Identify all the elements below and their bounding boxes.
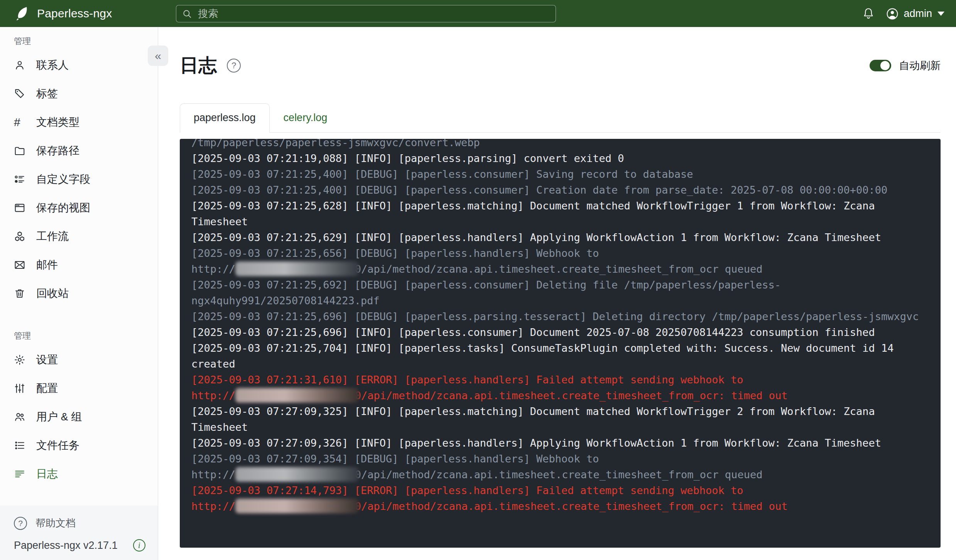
brand-title: Paperless-ngx: [37, 7, 112, 20]
sidebar-item-contacts[interactable]: 联系人: [0, 51, 158, 79]
question-circle-icon: ?: [14, 517, 27, 530]
custom-fields-icon: [14, 174, 25, 185]
info-circle-icon[interactable]: i: [133, 539, 145, 552]
redacted-host: [235, 499, 359, 513]
tab-paperless-log[interactable]: paperless.log: [180, 103, 270, 133]
version-label: Paperless-ngx v2.17.1: [14, 540, 118, 552]
mail-icon: [14, 259, 25, 271]
saved-views-icon: [14, 202, 25, 214]
log-line: [2025-09-03 07:27:14,793] [ERROR] [paper…: [191, 482, 929, 514]
log-line: [2025-09-03 07:27:09,326] [INFO] [paperl…: [191, 435, 929, 451]
log-console[interactable]: /tmp/paperless/paperless-jsmwxgvc/conver…: [180, 139, 941, 548]
sidebar-item-trash[interactable]: 回收站: [0, 279, 158, 308]
app-version: Paperless-ngx v2.17.1 i: [0, 537, 158, 554]
sidebar-item-custom-fields[interactable]: 自定义字段: [0, 165, 158, 194]
log-line: [2025-09-03 07:21:25,696] [INFO] [paperl…: [191, 324, 929, 340]
sidebar-item-configuration[interactable]: 配置: [0, 374, 158, 403]
sidebar-item-workflows[interactable]: 工作流: [0, 222, 158, 251]
log-line: [2025-09-03 07:21:25,704] [INFO] [paperl…: [191, 340, 929, 372]
sidebar-item-label: 保存的视图: [36, 201, 90, 215]
sidebar-item-file-tasks[interactable]: 文件任务: [0, 431, 158, 460]
sidebar-item-label: 文件任务: [36, 438, 79, 453]
log-tabs: paperless.logcelery.log: [180, 103, 941, 133]
redacted-host: [235, 388, 359, 403]
log-line: /tmp/paperless/paperless-jsmwxgvc/conver…: [191, 139, 929, 150]
sidebar-item-saved-views[interactable]: 保存的视图: [0, 194, 158, 222]
page-title: 日志: [180, 53, 217, 78]
sidebar-item-help-docs[interactable]: ? 帮助文档: [0, 512, 158, 537]
log-line: [2025-09-03 07:27:09,325] [INFO] [paperl…: [191, 403, 929, 435]
users-icon: [14, 411, 25, 423]
sidebar-item-users-groups[interactable]: 用户 & 组: [0, 403, 158, 431]
tasks-icon: [14, 440, 25, 451]
log-line: [2025-09-03 07:27:09,354] [DEBUG] [paper…: [191, 451, 929, 482]
sidebar-item-label: 自定义字段: [36, 172, 90, 187]
log-line: [2025-09-03 07:21:25,400] [DEBUG] [paper…: [191, 166, 929, 182]
brand[interactable]: Paperless-ngx: [14, 5, 112, 22]
redacted-host: [235, 261, 359, 276]
app-header: Paperless-ngx admin: [0, 0, 956, 27]
title-help-icon[interactable]: ?: [227, 59, 241, 73]
autorefresh-label: 自动刷新: [899, 59, 941, 73]
search-icon: [182, 9, 192, 19]
sidebar-item-label: 文档类型: [36, 115, 79, 130]
gear-icon: [14, 354, 25, 366]
leaf-logo-icon: [14, 5, 31, 22]
help-docs-label: 帮助文档: [35, 516, 76, 530]
sidebar-item-label: 回收站: [36, 286, 69, 301]
tag-icon: [14, 88, 25, 100]
log-line: [2025-09-03 07:21:25,656] [DEBUG] [paper…: [191, 245, 929, 277]
log-line: [2025-09-03 07:21:25,629] [INFO] [paperl…: [191, 229, 929, 245]
sidebar-item-label: 配置: [36, 381, 58, 396]
sidebar-item-document-types[interactable]: #文档类型: [0, 108, 158, 137]
chevron-down-icon: [937, 12, 944, 16]
sidebar-footer: ? 帮助文档 Paperless-ngx v2.17.1 i: [0, 506, 158, 560]
sidebar-item-tags[interactable]: 标签: [0, 79, 158, 108]
user-menu[interactable]: admin: [886, 7, 944, 20]
sidebar-item-label: 工作流: [36, 229, 69, 244]
log-line: [2025-09-03 07:21:25,628] [INFO] [paperl…: [191, 198, 929, 229]
sidebar-item-storage-paths[interactable]: 保存路径: [0, 137, 158, 165]
log-line: [2025-09-03 07:21:25,692] [DEBUG] [paper…: [191, 277, 929, 309]
sidebar-item-label: 标签: [36, 86, 58, 101]
redacted-host: [235, 467, 359, 482]
sidebar-item-label: 邮件: [36, 258, 58, 272]
folder-icon: [14, 145, 25, 157]
sidebar-item-label: 联系人: [36, 58, 69, 73]
sidebar-item-label: 设置: [36, 353, 58, 367]
trash-icon: [14, 288, 25, 299]
person-icon: [14, 59, 25, 71]
sidebar: « 管理联系人标签#文档类型保存路径自定义字段保存的视图工作流邮件回收站管理设置…: [0, 27, 158, 560]
sidebar-item-logs[interactable]: 日志: [0, 460, 158, 488]
sidebar-item-mail[interactable]: 邮件: [0, 251, 158, 279]
global-search: [176, 5, 556, 22]
notifications-bell-icon[interactable]: [862, 7, 875, 20]
sidebar-section-label: 管理: [0, 35, 158, 51]
log-line: [2025-09-03 07:21:25,696] [DEBUG] [paper…: [191, 309, 929, 324]
sidebar-collapse-button[interactable]: «: [148, 46, 168, 66]
sidebar-item-label: 日志: [36, 467, 58, 481]
hash-icon: #: [14, 116, 25, 128]
log-line: [2025-09-03 07:21:31,610] [ERROR] [paper…: [191, 372, 929, 403]
tab-celery-log[interactable]: celery.log: [270, 103, 341, 132]
search-input[interactable]: [176, 5, 556, 22]
workflow-icon: [14, 231, 25, 242]
log-line: [2025-09-03 07:21:19,088] [INFO] [paperl…: [191, 150, 929, 166]
sidebar-section-label: 管理: [0, 330, 158, 346]
autorefresh-toggle[interactable]: [870, 60, 891, 71]
sidebar-item-label: 保存路径: [36, 143, 79, 158]
main-content: 日志 ? 自动刷新 paperless.logcelery.log /tmp/p…: [158, 27, 956, 560]
username-label: admin: [904, 8, 932, 20]
logs-icon: [14, 468, 25, 480]
sidebar-item-label: 用户 & 组: [36, 410, 82, 424]
sliders-icon: [14, 383, 25, 394]
log-line: [2025-09-03 07:21:25,400] [DEBUG] [paper…: [191, 182, 929, 198]
user-avatar-icon: [886, 7, 899, 20]
sidebar-item-settings[interactable]: 设置: [0, 346, 158, 374]
